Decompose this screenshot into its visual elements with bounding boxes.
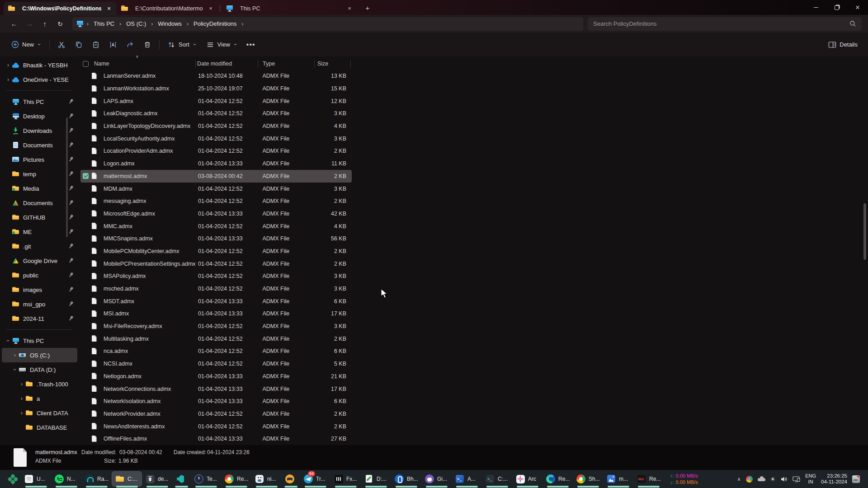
file-row[interactable]: MobilePCMobilityCenter.admx 01-04-2024 1… bbox=[80, 245, 352, 258]
file-row[interactable]: Logon.admx 01-04-2024 13:33 ADMX File 11… bbox=[80, 157, 352, 170]
more-options-button[interactable] bbox=[242, 37, 259, 52]
tab-close-icon[interactable] bbox=[346, 5, 353, 12]
chevron-icon[interactable] bbox=[18, 410, 25, 416]
column-header-type[interactable]: Type bbox=[263, 61, 314, 67]
explorer-tab[interactable]: This PC bbox=[222, 2, 357, 15]
breadcrumb-label[interactable]: PolicyDefinitions bbox=[190, 19, 240, 28]
copy-button[interactable] bbox=[70, 37, 87, 52]
file-row[interactable]: LeakDiagnostic.admx 01-04-2024 12:52 ADM… bbox=[80, 108, 352, 120]
view-button[interactable]: View bbox=[202, 37, 242, 52]
sidebar-tree-item[interactable]: OS (C:) bbox=[2, 348, 77, 362]
taskbar-app[interactable]: A... bbox=[452, 470, 482, 488]
breadcrumb-segment[interactable]: OS (C:) bbox=[123, 19, 155, 28]
breadcrumb-segment[interactable]: PolicyDefinitions bbox=[190, 19, 245, 28]
sidebar-item-pinned[interactable]: .git bbox=[2, 239, 77, 253]
chevron-icon[interactable] bbox=[5, 62, 12, 68]
volume-icon[interactable] bbox=[780, 476, 788, 483]
taskbar-app[interactable]: Re... bbox=[221, 470, 251, 488]
language-indicator[interactable]: ENG IN bbox=[805, 473, 816, 485]
sidebar-item-pinned[interactable]: Google Drive bbox=[2, 253, 77, 268]
file-row[interactable]: LanmanWorkstation.admx 25-10-2024 19:07 … bbox=[80, 82, 352, 95]
new-tab-button[interactable] bbox=[362, 2, 373, 14]
file-row[interactable]: NewsAndInterests.admx 01-04-2024 12:52 A… bbox=[80, 420, 352, 433]
row-checkbox[interactable] bbox=[83, 173, 89, 179]
browser-tray-icon[interactable] bbox=[746, 476, 753, 483]
taskbar-app[interactable]: C:... bbox=[112, 470, 142, 488]
maximize-button[interactable] bbox=[826, 0, 847, 15]
taskbar-app[interactable]: Sh... bbox=[573, 470, 603, 488]
vertical-scrollbar[interactable] bbox=[863, 203, 866, 260]
column-resizer[interactable] bbox=[258, 60, 258, 68]
search-icon[interactable] bbox=[849, 20, 856, 27]
search-input[interactable] bbox=[593, 20, 849, 27]
file-row[interactable]: MMC.admx 01-04-2024 12:52 ADMX File 4 KB bbox=[80, 220, 352, 233]
taskbar-app[interactable]: Te... bbox=[191, 470, 221, 488]
explorer-tab[interactable]: E:\Contributation\Mattermost\ bbox=[117, 2, 218, 15]
chevron-right-icon[interactable] bbox=[185, 20, 190, 27]
sidebar-tree-item[interactable]: This PC bbox=[2, 333, 77, 348]
taskbar-app[interactable]: Bh... bbox=[391, 470, 421, 488]
column-header-name[interactable]: Name bbox=[94, 61, 197, 67]
file-row[interactable]: MicrosoftEdge.admx 01-04-2024 13:33 ADMX… bbox=[80, 207, 352, 220]
taskbar-app[interactable]: de... bbox=[142, 470, 172, 488]
taskbar-app[interactable]: D:... bbox=[361, 470, 391, 488]
file-row[interactable]: Msi-FileRecovery.admx 01-04-2024 12:52 A… bbox=[80, 320, 352, 333]
clock[interactable]: 23:26:25 04-11-2024 bbox=[821, 473, 847, 485]
tab-close-icon[interactable] bbox=[105, 5, 113, 12]
column-header-size[interactable]: Size bbox=[314, 61, 328, 67]
file-row[interactable]: NCSI.admx 01-04-2024 12:52 ADMX File 5 K… bbox=[80, 357, 352, 370]
sidebar-item-pinned[interactable]: This PC bbox=[2, 94, 77, 109]
taskbar-app[interactable]: Re... bbox=[633, 470, 664, 488]
taskbar-app[interactable]: U... bbox=[21, 470, 51, 488]
sidebar-item-pinned[interactable]: 2024-11 bbox=[2, 311, 77, 326]
delete-button[interactable] bbox=[139, 37, 156, 52]
chevron-icon[interactable] bbox=[11, 352, 19, 358]
file-row[interactable]: MSDT.admx 01-04-2024 13:33 ADMX File 6 K… bbox=[80, 295, 352, 308]
taskbar-app[interactable]: N... bbox=[51, 470, 81, 488]
minimize-button[interactable] bbox=[806, 0, 826, 15]
brightness-icon[interactable] bbox=[770, 476, 776, 483]
select-all-checkbox[interactable] bbox=[83, 61, 89, 67]
column-header-date-modified[interactable]: Date modified bbox=[197, 61, 263, 67]
file-row[interactable]: MDM.admx 01-04-2024 12:52 ADMX File 3 KB bbox=[80, 183, 352, 195]
back-button[interactable] bbox=[6, 18, 22, 30]
chevron-right-icon[interactable] bbox=[240, 20, 245, 27]
forward-button[interactable] bbox=[22, 18, 37, 30]
column-resizer[interactable] bbox=[314, 60, 315, 68]
file-row[interactable]: messaging.admx 01-04-2024 12:52 ADMX Fil… bbox=[80, 195, 352, 207]
file-row[interactable]: nca.admx 01-04-2024 12:52 ADMX File 6 KB bbox=[80, 345, 352, 358]
breadcrumb-segment[interactable]: Windows bbox=[155, 19, 190, 28]
file-row[interactable]: MSI.admx 01-04-2024 13:33 ADMX File 17 K… bbox=[80, 308, 352, 320]
breadcrumb-label[interactable]: This PC bbox=[90, 19, 118, 28]
hidden-icons-chevron[interactable] bbox=[737, 476, 741, 482]
chevron-right-icon[interactable] bbox=[149, 20, 155, 27]
file-row[interactable]: mattermost.admx 03-08-2024 00:42 ADMX Fi… bbox=[80, 170, 352, 183]
file-row[interactable]: Multitasking.admx 01-04-2024 12:52 ADMX … bbox=[80, 333, 352, 345]
taskbar-app[interactable]: C:... bbox=[482, 470, 512, 488]
file-row[interactable]: OfflineFiles.admx 01-04-2024 13:33 ADMX … bbox=[80, 432, 352, 445]
sidebar-scrollbar[interactable] bbox=[66, 117, 68, 237]
new-button[interactable]: New bbox=[6, 37, 46, 52]
chevron-icon[interactable] bbox=[12, 366, 18, 373]
sidebar-item-pinned[interactable]: images bbox=[2, 282, 77, 297]
paste-button[interactable] bbox=[87, 37, 104, 52]
file-row[interactable]: NetworkIsolation.admx 01-04-2024 13:33 A… bbox=[80, 395, 352, 408]
taskbar-app[interactable]: Re... bbox=[542, 470, 573, 488]
tray-app-badge-icon[interactable] bbox=[852, 475, 860, 483]
tab-close-icon[interactable] bbox=[207, 5, 214, 12]
taskbar-app[interactable] bbox=[172, 470, 191, 488]
column-resizer[interactable] bbox=[195, 60, 196, 68]
sidebar-tree-item[interactable]: a bbox=[2, 391, 77, 406]
file-row[interactable]: LocationProviderAdm.admx 01-04-2024 12:5… bbox=[80, 145, 352, 158]
network-display-icon[interactable] bbox=[793, 476, 800, 483]
taskbar-app[interactable]: Gi... bbox=[421, 470, 452, 488]
share-button[interactable] bbox=[122, 37, 139, 52]
explorer-tab[interactable]: C:\Windows\PolicyDefinitions bbox=[4, 2, 117, 15]
breadcrumb-segment[interactable]: This PC bbox=[90, 19, 123, 28]
chevron-right-icon[interactable] bbox=[118, 20, 123, 27]
cloud-sync-tray-icon[interactable] bbox=[758, 476, 765, 482]
chevron-icon[interactable] bbox=[5, 76, 12, 83]
chevron-icon[interactable] bbox=[5, 337, 11, 344]
taskbar-app[interactable]: Ra... bbox=[81, 470, 112, 488]
sidebar-item-cloud[interactable]: OneDrive - YESE bbox=[2, 72, 77, 87]
